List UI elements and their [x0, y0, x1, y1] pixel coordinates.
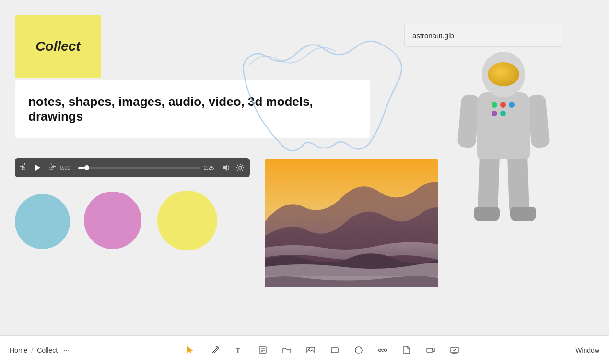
- image-tool-button[interactable]: [303, 342, 318, 358]
- progress-fill: [78, 167, 84, 169]
- svg-marker-2: [35, 165, 40, 171]
- text-icon: T: [234, 345, 244, 355]
- svg-marker-5: [223, 164, 227, 171]
- sticky-note[interactable]: Collect: [15, 15, 101, 78]
- screen-tool-button[interactable]: [447, 342, 462, 358]
- volume-button[interactable]: [222, 163, 232, 172]
- current-time: 0:00: [60, 165, 74, 171]
- canvas-area: Collect notes, shapes, images, audio, vi…: [0, 0, 609, 335]
- svg-point-11: [237, 165, 238, 166]
- svg-point-10: [243, 167, 244, 168]
- gem-red: [500, 102, 506, 108]
- forward-button[interactable]: 15: [47, 163, 56, 172]
- toolbar: Home / Collect ··· T: [0, 335, 609, 364]
- note-icon: [258, 345, 268, 355]
- svg-point-14: [242, 165, 243, 166]
- play-icon: [34, 164, 42, 171]
- window-button[interactable]: Window: [575, 346, 599, 354]
- connector-tool-button[interactable]: [375, 342, 390, 358]
- svg-point-12: [242, 170, 243, 171]
- pen-tool-button[interactable]: [207, 342, 223, 358]
- svg-point-6: [239, 166, 242, 169]
- svg-point-8: [240, 171, 241, 171]
- pen-icon: [210, 345, 220, 355]
- note-tool-button[interactable]: [255, 342, 270, 358]
- cursor-icon: [186, 345, 196, 355]
- circle-blue[interactable]: [15, 194, 70, 249]
- mountain-svg: [265, 159, 438, 287]
- circle-icon: [354, 345, 363, 355]
- astronaut-body: [446, 52, 561, 253]
- image-icon: [306, 345, 316, 355]
- breadcrumb-current[interactable]: Collect: [37, 346, 58, 354]
- select-tool-button[interactable]: [183, 342, 199, 358]
- breadcrumb-separator: /: [31, 346, 33, 354]
- gem-green: [492, 102, 497, 108]
- astronaut-figure: [446, 52, 561, 253]
- astronaut-boot-left: [474, 207, 500, 221]
- rewind-icon: 15: [20, 163, 29, 172]
- astronaut-arm-right: [527, 94, 550, 148]
- breadcrumb-home[interactable]: Home: [10, 346, 27, 354]
- audio-player[interactable]: 15 15 0:00 2:25: [15, 158, 250, 177]
- screen-icon: [450, 345, 459, 355]
- astronaut-leg-right: [507, 154, 529, 212]
- progress-bar[interactable]: [78, 167, 200, 169]
- duration: 2:25: [204, 165, 218, 171]
- gem-teal: [500, 111, 506, 116]
- glb-file-card[interactable]: astronaut.glb: [404, 24, 562, 47]
- svg-rect-28: [427, 348, 433, 352]
- helmet-visor: [488, 62, 519, 86]
- svg-point-26: [378, 349, 381, 351]
- circle-tool-button[interactable]: [351, 342, 366, 358]
- file-icon: [402, 345, 411, 355]
- astronaut-boot-right: [510, 207, 536, 221]
- video-icon: [426, 345, 435, 355]
- astronaut-leg-left: [478, 154, 500, 212]
- svg-point-25: [355, 347, 362, 353]
- folder-tool-button[interactable]: [279, 342, 294, 358]
- svg-point-13: [237, 170, 238, 171]
- svg-point-27: [384, 349, 386, 351]
- rewind-button[interactable]: 15: [20, 163, 29, 172]
- svg-point-9: [236, 167, 237, 168]
- astronaut-torso: [477, 92, 530, 159]
- rect-tool-button[interactable]: [327, 342, 342, 358]
- rect-icon: [330, 345, 340, 355]
- folder-icon: [282, 345, 292, 355]
- settings-button[interactable]: [235, 163, 245, 172]
- svg-point-7: [240, 164, 241, 165]
- circle-pink[interactable]: [84, 192, 141, 249]
- breadcrumb-menu-dots[interactable]: ···: [63, 346, 70, 354]
- mountain-image[interactable]: [265, 159, 438, 287]
- gem-blue: [509, 102, 515, 108]
- freehand-drawing: [235, 24, 408, 158]
- circle-yellow[interactable]: [157, 191, 217, 250]
- video-tool-button[interactable]: [423, 342, 438, 358]
- sticky-note-text: Collect: [35, 39, 80, 54]
- forward-icon: 15: [47, 163, 56, 172]
- svg-marker-16: [187, 346, 193, 353]
- astronaut-helmet: [482, 52, 525, 97]
- svg-rect-24: [331, 348, 338, 353]
- glb-filename: astronaut.glb: [412, 32, 454, 40]
- text-tool-button[interactable]: T: [231, 342, 246, 358]
- connector-icon: [378, 345, 387, 355]
- file-tool-button[interactable]: [399, 342, 414, 358]
- breadcrumb: Home / Collect ···: [10, 346, 70, 354]
- astronaut-arm-left: [457, 94, 480, 148]
- play-button[interactable]: [33, 163, 43, 172]
- svg-text:T: T: [236, 346, 240, 354]
- toolbar-tools: T: [70, 342, 575, 358]
- progress-dot: [84, 165, 89, 170]
- volume-icon: [223, 163, 231, 172]
- gem-purple: [492, 111, 497, 116]
- settings-icon: [236, 163, 245, 172]
